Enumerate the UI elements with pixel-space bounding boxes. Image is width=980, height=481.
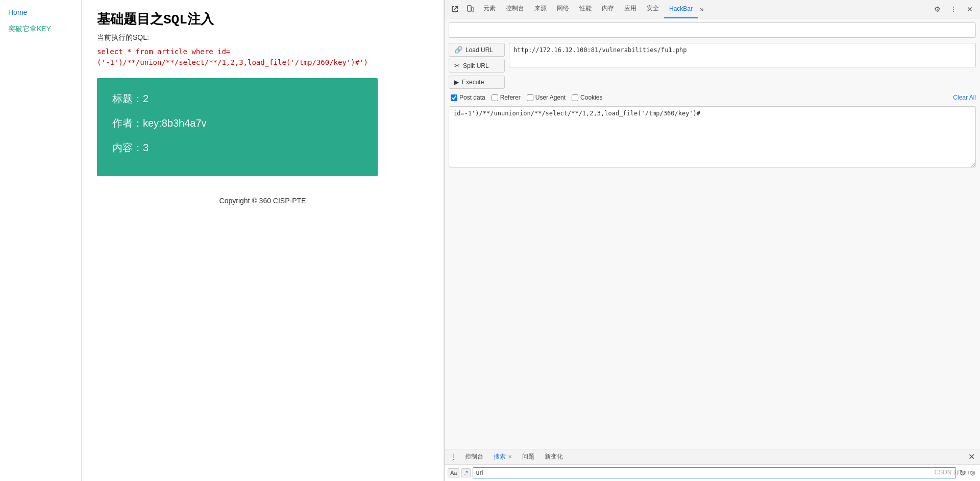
svg-rect-1 xyxy=(472,8,474,11)
page-title: 基础题目之SQL注入 xyxy=(97,10,428,28)
article-author: 作者：key:8b3h4a7v xyxy=(112,115,362,131)
devtools-device-icon[interactable] xyxy=(463,2,477,16)
devtools-more-tabs[interactable]: » xyxy=(698,5,706,13)
devtools-settings-icon[interactable]: ⚙ xyxy=(930,2,944,16)
post-data-checkbox-label[interactable]: Post data xyxy=(451,94,485,101)
hackbar-options: Post data Referer User Agent Cookies Cle… xyxy=(449,92,976,103)
console-tabs-bar: ⋮ 控制台 搜索 ✕ 问题 新变化 ✕ xyxy=(445,449,980,465)
post-data-checkbox[interactable] xyxy=(451,94,457,101)
console-close-button[interactable]: ✕ xyxy=(966,452,977,462)
svg-rect-0 xyxy=(468,6,471,11)
devtools-more-icon[interactable]: ⋮ xyxy=(946,2,961,16)
tab-network[interactable]: 网络 xyxy=(552,0,574,18)
console-tab-search[interactable]: 搜索 ✕ xyxy=(489,449,516,465)
user-agent-checkbox[interactable] xyxy=(527,94,533,101)
article-content: 内容：3 xyxy=(112,139,362,156)
user-agent-checkbox-label[interactable]: User Agent xyxy=(527,94,566,101)
console-tab-issues[interactable]: 问题 xyxy=(518,449,538,465)
article-card: 标题：2 作者：key:8b3h4a7v 内容：3 xyxy=(97,78,378,176)
nav-item-home[interactable]: Home xyxy=(0,4,81,20)
nav-item-key[interactable]: 突破它拿KEY xyxy=(0,20,81,38)
tab-console[interactable]: 控制台 xyxy=(501,0,529,18)
hackbar-controls: 🔗 Load URL ✂ Split URL ▶ Execute http://… xyxy=(449,43,976,89)
execute-button[interactable]: ▶ Execute xyxy=(449,76,505,89)
search-bar: Aa .* ↻ ⊘ xyxy=(445,465,980,481)
tab-application[interactable]: 应用 xyxy=(619,0,642,18)
url-input-area: http://172.16.12.100:81/vulnerabilities/… xyxy=(509,43,976,69)
split-url-icon: ✂ xyxy=(454,62,460,69)
copyright-text: Copyright © 360 CISP-PTE xyxy=(97,197,428,205)
cookies-checkbox[interactable] xyxy=(572,94,578,101)
devtools-topbar: 元素 控制台 来源 网络 性能 内存 应用 安全 HackBar » ⚙ ⋮ ✕ xyxy=(445,0,980,18)
referer-checkbox[interactable] xyxy=(492,94,498,101)
search-aa-button[interactable]: Aa xyxy=(448,468,459,477)
console-tab-konsoleta[interactable]: 控制台 xyxy=(461,449,487,465)
devtools-tabs: 元素 控制台 来源 网络 性能 内存 应用 安全 HackBar » xyxy=(478,0,929,18)
sql-code: select * from article where id= ('-1')/*… xyxy=(97,46,428,68)
execute-icon: ▶ xyxy=(454,79,459,86)
clear-all-link[interactable]: Clear All xyxy=(953,94,976,101)
cookies-checkbox-label[interactable]: Cookies xyxy=(572,94,602,101)
sql-label: 当前执行的SQL: xyxy=(97,33,428,42)
tab-hackbar[interactable]: HackBar xyxy=(664,0,698,18)
tab-performance[interactable]: 性能 xyxy=(574,0,597,18)
tab-elements[interactable]: 元素 xyxy=(478,0,501,18)
split-url-button[interactable]: ✂ Split URL xyxy=(449,59,505,73)
devtools-right-icons: ⚙ ⋮ ✕ xyxy=(930,2,977,16)
search-input[interactable] xyxy=(473,467,956,478)
devtools-inspect-icon[interactable] xyxy=(448,2,462,16)
post-data-textarea[interactable]: id=-1')/**/ununionion/**/select/**/1,2,3… xyxy=(449,106,976,167)
search-tab-close[interactable]: ✕ xyxy=(508,454,512,460)
hackbar-action-buttons: 🔗 Load URL ✂ Split URL ▶ Execute xyxy=(449,43,505,89)
console-tab-changes[interactable]: 新变化 xyxy=(541,449,567,465)
url-input[interactable]: http://172.16.12.100:81/vulnerabilities/… xyxy=(509,43,976,67)
tab-sources[interactable]: 来源 xyxy=(529,0,552,18)
console-menu-icon[interactable]: ⋮ xyxy=(448,452,459,462)
load-url-button[interactable]: 🔗 Load URL xyxy=(449,43,505,57)
article-title: 标题：2 xyxy=(112,90,362,107)
tab-memory[interactable]: 内存 xyxy=(597,0,619,18)
devtools-bottom: ⋮ 控制台 搜索 ✕ 问题 新变化 ✕ Aa .* ↻ ⊘ xyxy=(445,449,980,481)
referer-checkbox-label[interactable]: Referer xyxy=(492,94,521,101)
hackbar-search-bar xyxy=(449,22,976,38)
devtools-close-icon[interactable]: ✕ xyxy=(963,2,977,16)
search-regex-button[interactable]: .* xyxy=(461,468,470,477)
tab-security[interactable]: 安全 xyxy=(642,0,664,18)
csdn-watermark: CSDN @beirry xyxy=(934,469,975,476)
load-url-icon: 🔗 xyxy=(454,46,462,54)
hackbar-panel: 🔗 Load URL ✂ Split URL ▶ Execute http://… xyxy=(445,18,980,172)
